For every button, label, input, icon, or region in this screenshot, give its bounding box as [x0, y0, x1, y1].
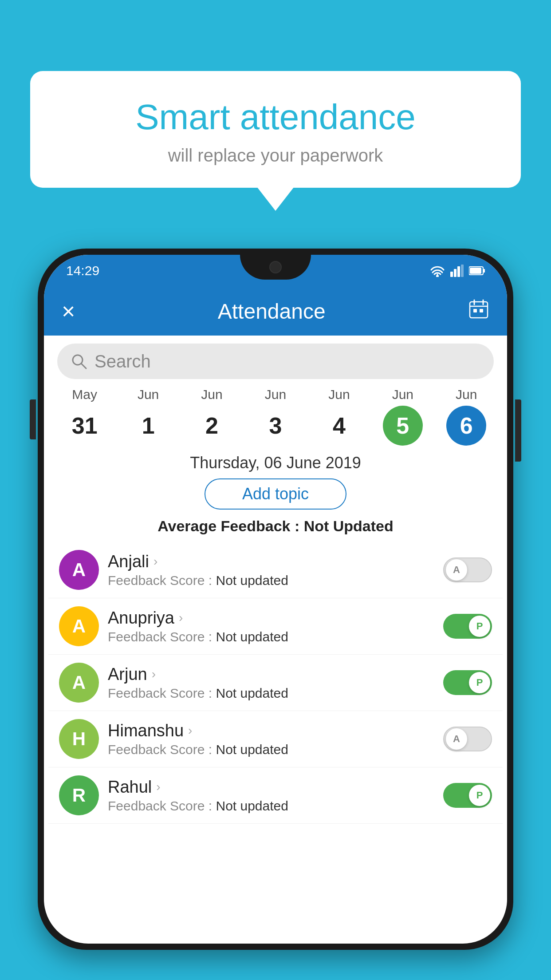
- camera: [269, 261, 282, 273]
- average-feedback: Average Feedback : Not Updated: [44, 518, 507, 535]
- search-icon: [71, 353, 87, 370]
- calendar-cell-6[interactable]: Jun 6: [435, 387, 498, 446]
- calendar-cell-3[interactable]: Jun 3: [244, 387, 307, 446]
- attendance-toggle[interactable]: A: [443, 727, 492, 751]
- avg-feedback-value: Not Updated: [304, 518, 394, 534]
- student-info: Rahul › Feedback Score : Not updated: [108, 778, 434, 814]
- svg-rect-3: [457, 266, 460, 277]
- student-avatar: A: [59, 550, 99, 590]
- cal-day: 31: [65, 406, 105, 446]
- feedback-score: Feedback Score : Not updated: [108, 798, 434, 814]
- chevron-icon: ›: [152, 667, 156, 681]
- cal-month: Jun: [201, 387, 222, 402]
- student-name: Anupriya ›: [108, 609, 434, 628]
- svg-point-0: [436, 275, 439, 277]
- student-name: Arjun ›: [108, 665, 434, 684]
- signal-icon: [450, 265, 464, 277]
- student-avatar: A: [59, 663, 99, 703]
- feedback-score: Feedback Score : Not updated: [108, 629, 434, 644]
- cal-day: 4: [319, 406, 359, 446]
- svg-rect-6: [483, 269, 485, 273]
- calendar-cell-5[interactable]: Jun 5: [371, 387, 434, 446]
- cal-month: Jun: [265, 387, 286, 402]
- cal-day: 5: [383, 406, 423, 446]
- feedback-score: Feedback Score : Not updated: [108, 742, 434, 757]
- calendar-cell-4[interactable]: Jun 4: [307, 387, 371, 446]
- phone-outer: 14:29: [38, 249, 513, 950]
- student-info: Arjun › Feedback Score : Not updated: [108, 665, 434, 701]
- calendar-cell-0[interactable]: May 31: [53, 387, 116, 446]
- phone-wrapper: 14:29: [38, 249, 513, 980]
- student-info: Anjali › Feedback Score : Not updated: [108, 552, 434, 588]
- student-name: Rahul ›: [108, 778, 434, 797]
- search-bar[interactable]: Search: [57, 344, 494, 379]
- cal-day: 2: [192, 406, 232, 446]
- student-item[interactable]: A Arjun › Feedback Score : Not updated P: [48, 655, 503, 711]
- attendance-toggle[interactable]: P: [443, 614, 492, 639]
- student-avatar: H: [59, 719, 99, 759]
- svg-rect-4: [461, 265, 464, 277]
- battery-icon: [469, 265, 485, 276]
- bubble-subtitle: will replace your paperwork: [52, 146, 499, 166]
- speech-bubble: Smart attendance will replace your paper…: [30, 71, 521, 188]
- chevron-icon: ›: [153, 554, 157, 569]
- attendance-toggle[interactable]: P: [443, 783, 492, 808]
- student-info: Himanshu › Feedback Score : Not updated: [108, 721, 434, 757]
- cal-day: 1: [128, 406, 168, 446]
- student-item[interactable]: A Anupriya › Feedback Score : Not update…: [48, 598, 503, 655]
- student-name: Himanshu ›: [108, 721, 434, 740]
- svg-rect-13: [480, 309, 483, 312]
- calendar-icon[interactable]: [468, 298, 489, 324]
- app-bar: × Attendance: [44, 287, 507, 336]
- feedback-score: Feedback Score : Not updated: [108, 686, 434, 701]
- cal-month: May: [72, 387, 97, 402]
- cal-day: 3: [256, 406, 295, 446]
- cal-month: Jun: [392, 387, 413, 402]
- add-topic-button[interactable]: Add topic: [205, 478, 346, 510]
- student-item[interactable]: A Anjali › Feedback Score : Not updated …: [48, 542, 503, 598]
- selected-date: Thursday, 06 June 2019: [44, 454, 507, 472]
- attendance-toggle[interactable]: A: [443, 557, 492, 582]
- search-placeholder: Search: [94, 352, 151, 371]
- svg-rect-7: [470, 268, 481, 274]
- wifi-icon: [430, 265, 445, 277]
- status-time: 14:29: [66, 263, 99, 278]
- student-info: Anupriya › Feedback Score : Not updated: [108, 609, 434, 644]
- calendar-cell-1[interactable]: Jun 1: [116, 387, 180, 446]
- svg-rect-12: [473, 309, 477, 312]
- cal-month: Jun: [328, 387, 350, 402]
- student-avatar: R: [59, 775, 99, 815]
- cal-month: Jun: [138, 387, 159, 402]
- app-bar-title: Attendance: [218, 299, 326, 324]
- attendance-toggle[interactable]: P: [443, 670, 492, 695]
- svg-rect-1: [450, 272, 453, 277]
- chevron-icon: ›: [156, 780, 160, 794]
- cal-month: Jun: [456, 387, 477, 402]
- student-name: Anjali ›: [108, 552, 434, 571]
- calendar-row: May 31 Jun 1 Jun 2 Jun 3 Jun 4 Jun 5 Jun…: [44, 387, 507, 446]
- bubble-title: Smart attendance: [52, 98, 499, 137]
- student-item[interactable]: R Rahul › Feedback Score : Not updated P: [48, 767, 503, 824]
- student-avatar: A: [59, 606, 99, 646]
- feedback-score: Feedback Score : Not updated: [108, 573, 434, 588]
- cal-day: 6: [446, 406, 486, 446]
- calendar-cell-2[interactable]: Jun 2: [180, 387, 244, 446]
- student-item[interactable]: H Himanshu › Feedback Score : Not update…: [48, 711, 503, 767]
- close-button[interactable]: ×: [62, 298, 75, 324]
- avg-feedback-label: Average Feedback :: [157, 518, 299, 534]
- svg-rect-8: [470, 302, 488, 318]
- chevron-icon: ›: [179, 611, 183, 625]
- student-list: A Anjali › Feedback Score : Not updated …: [44, 542, 507, 824]
- svg-rect-2: [454, 269, 457, 277]
- status-icons: [430, 265, 485, 277]
- svg-line-15: [81, 364, 86, 368]
- chevron-icon: ›: [188, 723, 192, 738]
- phone-inner: 14:29: [44, 255, 507, 944]
